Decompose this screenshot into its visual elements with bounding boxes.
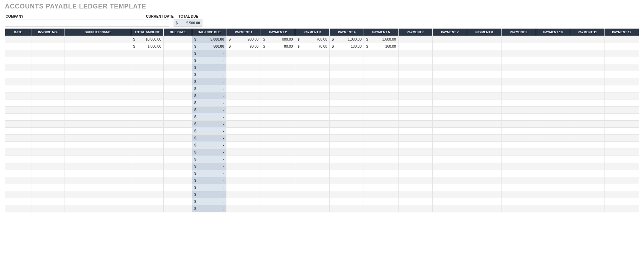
table-row[interactable]: $- — [5, 85, 639, 92]
due-date-cell[interactable] — [164, 177, 192, 184]
table-row[interactable]: $- — [5, 64, 639, 71]
payment-cell[interactable] — [502, 170, 536, 177]
invoice-cell[interactable] — [31, 50, 65, 57]
table-row[interactable]: $- — [5, 121, 639, 128]
payment-cell[interactable] — [536, 57, 570, 64]
due-date-cell[interactable] — [164, 107, 192, 114]
total-amount-cell[interactable] — [131, 184, 164, 191]
payment-cell[interactable]: $90.00 — [226, 43, 261, 50]
supplier-cell[interactable] — [65, 121, 131, 128]
payment-cell[interactable] — [536, 149, 570, 156]
date-cell[interactable] — [5, 205, 31, 212]
payment-cell[interactable] — [604, 142, 639, 149]
payment-cell[interactable] — [467, 177, 501, 184]
invoice-cell[interactable] — [31, 177, 65, 184]
table-row[interactable]: $- — [5, 149, 639, 156]
payment-cell[interactable] — [329, 198, 364, 205]
payment-cell[interactable] — [502, 107, 536, 114]
payment-cell[interactable] — [295, 177, 329, 184]
payment-cell[interactable] — [570, 92, 604, 99]
payment-cell[interactable] — [502, 121, 536, 128]
payment-cell[interactable] — [433, 43, 467, 50]
payment-cell[interactable] — [226, 184, 261, 191]
payment-cell[interactable] — [502, 36, 536, 43]
payment-cell[interactable] — [398, 198, 432, 205]
payment-cell[interactable] — [433, 36, 467, 43]
date-cell[interactable] — [5, 149, 31, 156]
payment-cell[interactable] — [364, 184, 398, 191]
payment-cell[interactable] — [329, 156, 364, 163]
payment-cell[interactable] — [261, 107, 295, 114]
total-amount-cell[interactable] — [131, 107, 164, 114]
payment-cell[interactable] — [295, 50, 329, 57]
balance-due-cell[interactable]: $- — [192, 163, 226, 170]
due-date-cell[interactable] — [164, 156, 192, 163]
total-amount-cell[interactable] — [131, 149, 164, 156]
payment-cell[interactable] — [570, 135, 604, 142]
payment-cell[interactable] — [329, 135, 364, 142]
payment-cell[interactable] — [398, 184, 432, 191]
payment-cell[interactable] — [295, 184, 329, 191]
date-cell[interactable] — [5, 128, 31, 135]
table-row[interactable]: $- — [5, 184, 639, 191]
supplier-cell[interactable] — [65, 50, 131, 57]
balance-due-cell[interactable]: $- — [192, 107, 226, 114]
payment-cell[interactable] — [226, 149, 261, 156]
payment-cell[interactable] — [570, 57, 604, 64]
date-cell[interactable] — [5, 50, 31, 57]
total-amount-cell[interactable] — [131, 198, 164, 205]
payment-cell[interactable] — [329, 128, 364, 135]
balance-due-cell[interactable]: $- — [192, 142, 226, 149]
payment-cell[interactable] — [536, 191, 570, 198]
payment-cell[interactable] — [398, 64, 432, 71]
payment-cell[interactable] — [398, 36, 432, 43]
balance-due-cell[interactable]: $- — [192, 128, 226, 135]
table-row[interactable]: $- — [5, 107, 639, 114]
payment-cell[interactable] — [261, 156, 295, 163]
payment-cell[interactable] — [604, 191, 639, 198]
payment-cell[interactable] — [226, 177, 261, 184]
payment-cell[interactable] — [398, 50, 432, 57]
supplier-cell[interactable] — [65, 78, 131, 85]
payment-cell[interactable] — [261, 71, 295, 78]
invoice-cell[interactable] — [31, 43, 65, 50]
payment-cell[interactable] — [536, 92, 570, 99]
due-date-cell[interactable] — [164, 50, 192, 57]
due-date-cell[interactable] — [164, 92, 192, 99]
payment-cell[interactable] — [364, 205, 398, 212]
payment-cell[interactable] — [329, 99, 364, 107]
payment-cell[interactable] — [295, 191, 329, 198]
due-date-cell[interactable] — [164, 142, 192, 149]
payment-cell[interactable] — [295, 85, 329, 92]
payment-cell[interactable] — [536, 156, 570, 163]
table-row[interactable]: $- — [5, 198, 639, 205]
payment-cell[interactable] — [467, 121, 501, 128]
payment-cell[interactable] — [364, 156, 398, 163]
payment-cell[interactable] — [570, 71, 604, 78]
payment-cell[interactable] — [433, 107, 467, 114]
due-date-cell[interactable] — [164, 78, 192, 85]
table-row[interactable]: $- — [5, 142, 639, 149]
payment-cell[interactable] — [467, 128, 501, 135]
payment-cell[interactable] — [261, 50, 295, 57]
payment-cell[interactable] — [433, 198, 467, 205]
payment-cell[interactable] — [226, 99, 261, 107]
due-date-cell[interactable] — [164, 191, 192, 198]
payment-cell[interactable] — [398, 135, 432, 142]
due-date-cell[interactable] — [164, 205, 192, 212]
payment-cell[interactable] — [261, 85, 295, 92]
invoice-cell[interactable] — [31, 149, 65, 156]
payment-cell[interactable] — [502, 156, 536, 163]
payment-cell[interactable] — [570, 78, 604, 85]
date-cell[interactable] — [5, 163, 31, 170]
payment-cell[interactable] — [329, 170, 364, 177]
payment-cell[interactable] — [433, 78, 467, 85]
payment-cell[interactable] — [433, 71, 467, 78]
total-amount-cell[interactable] — [131, 121, 164, 128]
payment-cell[interactable] — [433, 114, 467, 121]
payment-cell[interactable] — [433, 121, 467, 128]
payment-cell[interactable] — [226, 128, 261, 135]
payment-cell[interactable] — [570, 205, 604, 212]
payment-cell[interactable] — [295, 205, 329, 212]
payment-cell[interactable] — [536, 128, 570, 135]
